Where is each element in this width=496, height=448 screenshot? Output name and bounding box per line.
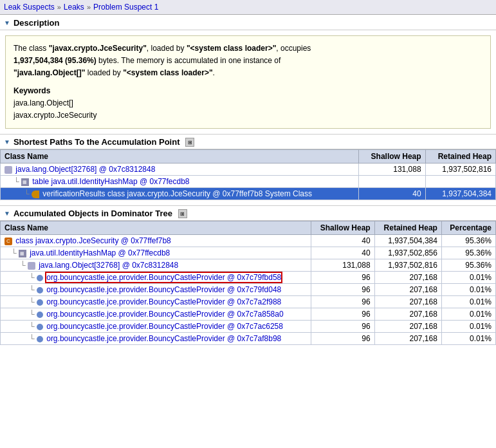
description-title: Description bbox=[14, 18, 60, 28]
breadcrumb: Leak Suspects » Leaks » Problem Suspect … bbox=[0, 0, 496, 15]
tree-line: └ bbox=[29, 334, 35, 343]
dt-row-8-link[interactable]: org.bouncycastle.jce.provider.BouncyCast… bbox=[46, 334, 281, 343]
table-icon: ▦ bbox=[19, 250, 26, 257]
dt-row-2-link[interactable]: java.lang.Object[32768] @ 0x7c8312848 bbox=[39, 261, 178, 270]
table-row: └ verificationResults class javax.crypto… bbox=[1, 188, 496, 200]
dt-row-6-shallow: 96 bbox=[311, 308, 374, 321]
dominator-tree-table: Class Name Shallow Heap Retained Heap Pe… bbox=[0, 221, 496, 345]
tree-line: └ bbox=[20, 261, 26, 270]
table-row: C class javax.crypto.JceSecurity @ 0x77f… bbox=[1, 235, 496, 247]
dt-row-7-pct: 0.01% bbox=[441, 321, 495, 333]
table-icon: ▦ bbox=[21, 178, 29, 186]
dt-row-7-link[interactable]: org.bouncycastle.jce.provider.BouncyCast… bbox=[46, 322, 283, 331]
sp-row-2-shallow: 40 bbox=[359, 188, 425, 200]
sp-row-0-shallow: 131,088 bbox=[359, 163, 425, 176]
description-section-header: ▼ Description bbox=[0, 15, 496, 30]
dt-row-7-shallow: 96 bbox=[311, 321, 374, 333]
description-paragraph-1: The class "javax.crypto.JceSecurity", lo… bbox=[14, 42, 482, 80]
table-row: └ java.lang.Object[32768] @ 0x7c8312848 … bbox=[1, 259, 496, 272]
tree-line: └ bbox=[29, 285, 35, 294]
dt-row-4-link[interactable]: org.bouncycastle.jce.provider.BouncyCast… bbox=[46, 285, 281, 294]
dt-row-2-class: └ java.lang.Object[32768] @ 0x7c8312848 bbox=[1, 259, 311, 272]
dt-row-5-retained: 207,168 bbox=[374, 296, 441, 308]
sp-row-2-class: └ verificationResults class javax.crypto… bbox=[1, 188, 359, 200]
dt-row-4-class: └ org.bouncycastle.jce.provider.BouncyCa… bbox=[1, 284, 311, 296]
dt-row-8-pct: 0.01% bbox=[441, 333, 495, 345]
dt-row-6-class: └ org.bouncycastle.jce.provider.BouncyCa… bbox=[1, 308, 311, 321]
dt-row-7-class: └ org.bouncycastle.jce.provider.BouncyCa… bbox=[1, 321, 311, 333]
dt-row-5-link[interactable]: org.bouncycastle.jce.provider.BouncyCast… bbox=[46, 297, 281, 306]
obj-icon bbox=[37, 275, 43, 281]
sp-row-1-retained bbox=[425, 176, 495, 188]
obj-icon bbox=[37, 324, 43, 330]
dt-row-0-class: C class javax.crypto.JceSecurity @ 0x77f… bbox=[1, 235, 311, 247]
dt-row-1-link[interactable]: java.util.IdentityHashMap @ 0x77ffecdb8 bbox=[30, 248, 170, 257]
dt-row-8-retained: 207,168 bbox=[374, 333, 441, 345]
description-box: The class "javax.crypto.JceSecurity", lo… bbox=[5, 35, 491, 129]
breadcrumb-problem-suspect[interactable]: Problem Suspect 1 bbox=[93, 3, 158, 12]
tree-line: └ bbox=[29, 310, 35, 319]
shortest-paths-export-icon[interactable]: ⊞ bbox=[185, 138, 194, 147]
dt-row-1-retained: 1,937,502,856 bbox=[374, 247, 441, 259]
description-triangle: ▼ bbox=[4, 19, 10, 26]
dt-row-6-retained: 207,168 bbox=[374, 308, 441, 321]
dominator-tree-header: ▼ Accumulated Objects in Dominator Tree … bbox=[0, 205, 496, 221]
dt-col-shallow: Shallow Heap bbox=[311, 221, 374, 235]
sys-icon bbox=[32, 191, 39, 198]
table-row: └ ▦ table java.util.IdentityHashMap @ 0x… bbox=[1, 176, 496, 188]
tree-line: └ bbox=[24, 189, 30, 198]
table-row: └ org.bouncycastle.jce.provider.BouncyCa… bbox=[1, 321, 496, 333]
dt-row-0-retained: 1,937,504,384 bbox=[374, 235, 441, 247]
breadcrumb-sep-2: » bbox=[87, 3, 91, 11]
dt-row-0-pct: 95.36% bbox=[441, 235, 495, 247]
class-icon: C bbox=[5, 238, 12, 245]
breadcrumb-leak-suspects[interactable]: Leak Suspects bbox=[4, 3, 55, 12]
table-row: └ org.bouncycastle.jce.provider.BouncyCa… bbox=[1, 296, 496, 308]
shortest-paths-header: ▼ Shortest Paths To the Accumulation Poi… bbox=[0, 134, 496, 149]
shortest-paths-table: Class Name Shallow Heap Retained Heap ja… bbox=[0, 149, 496, 200]
keywords-title: Keywords bbox=[14, 85, 482, 97]
sp-row-0-link[interactable]: java.lang.Object[32768] @ 0x7c8312848 bbox=[15, 165, 155, 174]
dt-row-8-shallow: 96 bbox=[311, 333, 374, 345]
dt-row-0-shallow: 40 bbox=[311, 235, 374, 247]
dt-row-4-shallow: 96 bbox=[311, 284, 374, 296]
breadcrumb-sep-1: » bbox=[57, 3, 61, 11]
obj-icon bbox=[37, 299, 43, 306]
obj-icon bbox=[37, 312, 43, 318]
sp-row-1-link[interactable]: table java.util.IdentityHashMap @ 0x77fe… bbox=[32, 177, 189, 186]
dt-row-6-link[interactable]: org.bouncycastle.jce.provider.BouncyCast… bbox=[46, 310, 283, 319]
keywords-section: Keywords java.lang.Object[] javax.crypto… bbox=[14, 85, 482, 122]
shortest-paths-triangle: ▼ bbox=[4, 138, 10, 145]
dt-row-5-shallow: 96 bbox=[311, 296, 374, 308]
dt-row-4-retained: 207,168 bbox=[374, 284, 441, 296]
breadcrumb-leaks[interactable]: Leaks bbox=[64, 3, 84, 12]
table-row: └ org.bouncycastle.jce.provider.BouncyCa… bbox=[1, 284, 496, 296]
dt-row-1-shallow: 40 bbox=[311, 247, 374, 259]
arr-icon bbox=[5, 166, 12, 174]
sp-row-1-class: └ ▦ table java.util.IdentityHashMap @ 0x… bbox=[1, 176, 359, 188]
dominator-tree-triangle: ▼ bbox=[4, 210, 10, 217]
dominator-tree-title: Accumulated Objects in Dominator Tree bbox=[14, 209, 172, 218]
dominator-tree-export-icon[interactable]: ⊞ bbox=[178, 209, 187, 218]
tree-line: └ bbox=[14, 177, 19, 186]
dt-row-3-shallow: 96 bbox=[311, 272, 374, 284]
sp-row-2-link[interactable]: verificationResults class javax.crypto.J… bbox=[42, 189, 312, 198]
tree-line: └ bbox=[29, 273, 35, 282]
dt-row-3-class: └ org.bouncycastle.jce.provider.BouncyCa… bbox=[1, 272, 311, 284]
dominator-tree-section: ▼ Accumulated Objects in Dominator Tree … bbox=[0, 205, 496, 345]
table-row: └ org.bouncycastle.jce.provider.BouncyCa… bbox=[1, 308, 496, 321]
dt-row-0-link[interactable]: class javax.crypto.JceSecurity @ 0x77ffe… bbox=[15, 236, 170, 245]
dominator-tree-header-row: Class Name Shallow Heap Retained Heap Pe… bbox=[1, 221, 496, 235]
arr-icon bbox=[28, 262, 35, 270]
dt-row-2-shallow: 131,088 bbox=[311, 259, 374, 272]
dt-row-3-link[interactable]: org.bouncycastle.jce.provider.BouncyCast… bbox=[46, 273, 281, 282]
table-row: └ org.bouncycastle.jce.provider.BouncyCa… bbox=[1, 333, 496, 345]
dt-row-1-class: └ ▦ java.util.IdentityHashMap @ 0x77ffec… bbox=[1, 247, 311, 259]
table-row: java.lang.Object[32768] @ 0x7c8312848 13… bbox=[1, 163, 496, 176]
dt-row-3-pct: 0.01% bbox=[441, 272, 495, 284]
dt-row-4-pct: 0.01% bbox=[441, 284, 495, 296]
obj-icon bbox=[37, 336, 43, 342]
dt-col-retained: Retained Heap bbox=[374, 221, 441, 235]
table-row: └ org.bouncycastle.jce.provider.BouncyCa… bbox=[1, 272, 496, 284]
sp-row-0-retained: 1,937,502,816 bbox=[425, 163, 495, 176]
